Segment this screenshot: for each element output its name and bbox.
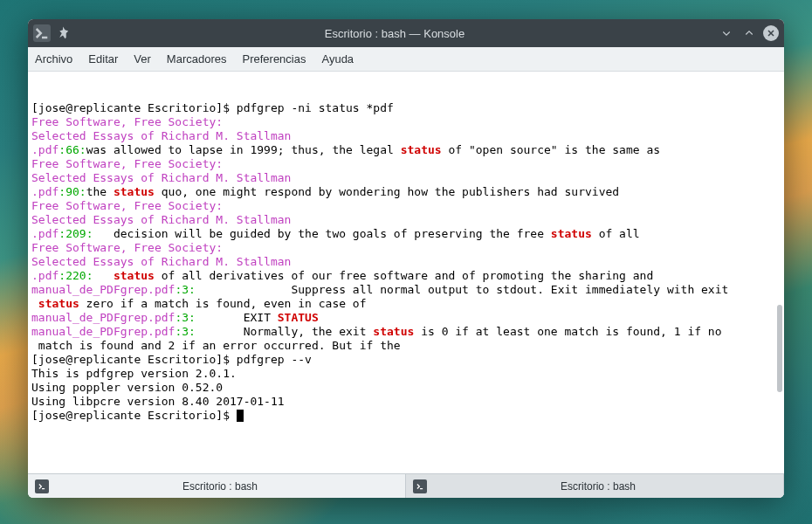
terminal-text: This is pdfgrep version 2.0.1.: [31, 367, 237, 380]
menu-archivo[interactable]: Archivo: [35, 52, 72, 66]
terminal-line: manual_de_PDFgrep.pdf:3: EXIT STATUS: [31, 311, 781, 325]
menu-preferencias[interactable]: Preferencias: [242, 52, 306, 66]
terminal-text: 66: [65, 143, 79, 156]
terminal-text: :: [79, 143, 86, 156]
terminal-line: .pdf:90:the status quo, one might respon…: [31, 185, 781, 199]
terminal-line: Free Software, Free Society:: [31, 241, 781, 255]
terminal-text: Free Software, Free Society:: [31, 115, 223, 128]
terminal-text: .pdf: [31, 269, 58, 282]
terminal-text: is 0 if at least one match is found, 1 i…: [414, 325, 721, 338]
terminal-line: .pdf:220: status of all derivatives of o…: [31, 269, 781, 283]
terminal-text: STATUS: [278, 311, 319, 324]
terminal-text: Using poppler version 0.52.0: [31, 381, 223, 394]
terminal-text: 3: [182, 311, 189, 324]
terminal-text: manual_de_PDFgrep.pdf: [31, 325, 175, 338]
terminal-text: Normally, the exit: [196, 325, 374, 338]
terminal-text: [jose@replicante Escritorio]$ pdfgrep -n…: [31, 101, 394, 114]
menu-ayuda[interactable]: Ayuda: [321, 52, 354, 66]
terminal-text: Suppress all normal output to stdout. Ex…: [196, 283, 728, 296]
terminal-line: Selected Essays of Richard M. Stallman: [31, 171, 781, 185]
terminal-text: :: [189, 311, 196, 324]
terminal-text: Selected Essays of Richard M. Stallman: [31, 213, 291, 226]
titlebar[interactable]: Escritorio : bash — Konsole: [28, 19, 784, 47]
menu-marcadores[interactable]: Marcadores: [167, 52, 227, 66]
terminal-line: Using poppler version 0.52.0: [31, 381, 781, 395]
app-icon: [33, 24, 51, 42]
terminal-text: status: [114, 269, 155, 282]
terminal-text: Free Software, Free Society:: [31, 199, 223, 212]
maximize-button[interactable]: [740, 24, 758, 42]
terminal-text: quo, one might respond by wondering how …: [155, 185, 619, 198]
tab-label: Escritorio : bash: [434, 480, 762, 493]
terminal-text: Selected Essays of Richard M. Stallman: [31, 129, 291, 142]
terminal-text: 3: [182, 325, 189, 338]
window-title: Escritorio : bash — Konsole: [72, 27, 718, 40]
terminal-text: .pdf: [31, 185, 58, 198]
terminal-text: 90: [65, 185, 79, 198]
titlebar-right: [718, 24, 779, 42]
terminal-text: :: [189, 283, 196, 296]
terminal-text: Free Software, Free Society:: [31, 157, 223, 170]
terminal-line: Using libpcre version 8.40 2017-01-11: [31, 395, 781, 409]
terminal-text: match is found and 2 if an error occurre…: [31, 339, 401, 352]
terminal-text: Selected Essays of Richard M. Stallman: [31, 171, 291, 184]
pin-icon[interactable]: [54, 24, 72, 42]
terminal-text: of all: [592, 227, 640, 240]
tabbar: Escritorio : bash Escritorio : bash: [28, 473, 784, 498]
minimize-button[interactable]: [718, 24, 735, 42]
terminal-line: .pdf:209: decision will be guided by the…: [31, 227, 781, 241]
terminal-text: [31, 297, 38, 310]
terminal-text: manual_de_PDFgrep.pdf: [31, 311, 175, 324]
terminal-line: match is found and 2 if an error occurre…: [31, 339, 781, 353]
terminal-text: manual_de_PDFgrep.pdf: [31, 283, 175, 296]
terminal-text: Selected Essays of Richard M. Stallman: [31, 255, 291, 268]
menubar: Archivo Editar Ver Marcadores Preferenci…: [28, 47, 784, 72]
konsole-window: Escritorio : bash — Konsole Archivo Edit…: [28, 19, 784, 498]
terminal-text: 220: [65, 269, 86, 282]
terminal-line: Selected Essays of Richard M. Stallman: [31, 213, 781, 227]
terminal-text: of "open source" is the same as: [442, 143, 660, 156]
terminal-line: Free Software, Free Society:: [31, 115, 781, 129]
terminal-viewport[interactable]: [jose@replicante Escritorio]$ pdfgrep -n…: [28, 72, 784, 473]
terminal-line: Selected Essays of Richard M. Stallman: [31, 255, 781, 269]
terminal-text: 209: [65, 227, 86, 240]
terminal-line: [jose@replicante Escritorio]$ pdfgrep -n…: [31, 101, 781, 115]
terminal-line: status zero if a match is found, even in…: [31, 297, 781, 311]
terminal-text: 3: [182, 283, 189, 296]
terminal-text: the: [86, 185, 114, 198]
terminal-text: [93, 269, 113, 282]
close-button[interactable]: [763, 25, 779, 41]
terminal-text: :: [79, 185, 86, 198]
menu-editar[interactable]: Editar: [88, 52, 118, 66]
terminal-text: :: [58, 227, 65, 240]
terminal-line: .pdf:66:was allowed to lapse in 1999; th…: [31, 143, 781, 157]
terminal-line: [jose@replicante Escritorio]$ pdfgrep --…: [31, 353, 781, 367]
terminal-text: decision will be guided by the two goals…: [93, 227, 550, 240]
terminal-text: status: [114, 185, 155, 198]
cursor: [237, 410, 244, 422]
terminal-text: EXIT: [196, 311, 278, 324]
terminal-text: of all derivatives of our free software …: [155, 269, 653, 282]
terminal-text: zero if a match is found, even in case o…: [79, 297, 367, 310]
scrollbar[interactable]: [777, 305, 782, 392]
terminal-line: This is pdfgrep version 2.0.1.: [31, 367, 781, 381]
terminal-text: status: [373, 325, 414, 338]
terminal-line: Selected Essays of Richard M. Stallman: [31, 129, 781, 143]
terminal-text: status: [401, 143, 442, 156]
terminal-line: manual_de_PDFgrep.pdf:3: Suppress all no…: [31, 283, 781, 297]
terminal-line: Free Software, Free Society:: [31, 157, 781, 171]
tab-1[interactable]: Escritorio : bash: [406, 474, 784, 498]
terminal-text: .pdf: [31, 143, 58, 156]
terminal-text: [jose@replicante Escritorio]$: [31, 409, 237, 422]
terminal-icon: [413, 479, 427, 493]
titlebar-left: [33, 24, 72, 42]
terminal-text: :: [58, 269, 65, 282]
terminal-line: manual_de_PDFgrep.pdf:3: Normally, the e…: [31, 325, 781, 339]
tab-0[interactable]: Escritorio : bash: [28, 474, 406, 498]
terminal-text: [jose@replicante Escritorio]$ pdfgrep --…: [31, 353, 312, 366]
terminal-icon: [35, 479, 49, 493]
terminal-text: .pdf: [31, 227, 58, 240]
menu-ver[interactable]: Ver: [134, 52, 151, 66]
terminal-text: was allowed to lapse in 1999; thus, the …: [86, 143, 401, 156]
terminal-text: status: [551, 227, 592, 240]
